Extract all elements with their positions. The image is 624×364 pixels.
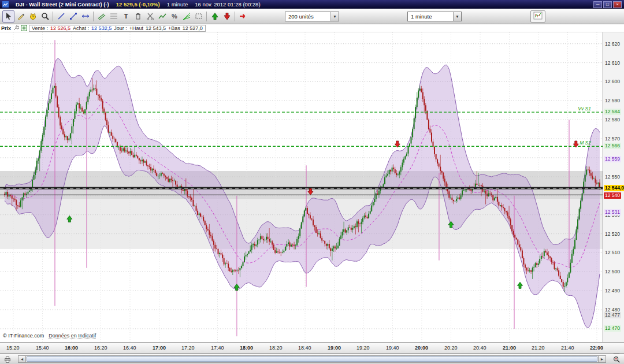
quote-info-bar: Prix Vente : 12 526,5 Achat : 12 532,5 J…	[0, 24, 624, 32]
price-tick-label: 12 500	[605, 269, 620, 274]
price-axis-chip: 12 584	[604, 109, 621, 115]
pivot-level-label: Vv S1	[578, 106, 591, 112]
price-axis-chip: 12 559	[604, 156, 621, 162]
price-tick-label: 12 570	[605, 136, 620, 142]
time-tick-label: 16:00	[65, 345, 78, 351]
toolbar-separator	[93, 12, 94, 21]
status-bar: ◄ ►	[0, 354, 624, 364]
buy-value: 12 532,5	[91, 25, 112, 31]
window-quote: 12 529,5 (-0,10%)	[116, 1, 160, 8]
pencil-tool-button[interactable]	[14, 10, 27, 23]
pattern-recognition-button[interactable]	[530, 10, 545, 23]
day-low-value: 12 527,0	[183, 25, 203, 31]
pivot-level-label: M S2	[580, 140, 591, 146]
sell-label: Vente :	[32, 25, 48, 31]
timeframe-select[interactable]: 1 minute ▼	[407, 12, 462, 21]
zoombox-tool-button[interactable]	[192, 10, 205, 23]
time-tick-label: 17:20	[181, 345, 195, 351]
pattern-recognition-icon	[533, 11, 543, 21]
scrollbar-thumb[interactable]	[27, 356, 597, 362]
time-tick-label: 16:40	[123, 345, 136, 351]
price-axis[interactable]: 12 62012 61012 60012 59012 58012 57012 5…	[603, 32, 624, 342]
fan-icon	[182, 12, 191, 21]
price-chart[interactable]: Vv S1M S2 © IT-Finance.com Données en In…	[0, 32, 603, 342]
time-tick-label: 17:40	[211, 345, 224, 351]
window-title: DJI - Wall Street (2 Mini Contract) (-)	[16, 1, 109, 8]
time-tick-label: 16:20	[94, 345, 107, 351]
segment-icon	[69, 12, 78, 21]
units-select-value: 200 unités	[288, 13, 314, 20]
minimize-button[interactable]: ─	[593, 1, 602, 8]
toolbar-separator	[53, 12, 53, 21]
svg-text:%: %	[172, 13, 177, 20]
data-feed-note: Données en Indicatif	[49, 333, 96, 339]
chart-canvas[interactable]: Vv S1M S2	[0, 32, 603, 342]
buy-signal-arrow	[518, 282, 523, 288]
price-tick-label: 12 550	[605, 174, 620, 180]
percent-icon: %	[170, 12, 179, 21]
price-axis-chip: 12 566	[604, 143, 621, 149]
time-tick-label: 18:00	[240, 345, 253, 351]
scroll-left-button[interactable]: ◄	[18, 356, 26, 362]
copyright-text: © IT-Finance.com	[3, 333, 44, 339]
time-tick-label: 22:00	[590, 345, 603, 351]
units-select[interactable]: 200 unités ▼	[285, 12, 339, 21]
channel-tool-button[interactable]	[95, 10, 107, 23]
svg-text:T: T	[124, 13, 128, 20]
arrow-up-tool-button[interactable]	[209, 10, 221, 23]
horizontal-scrollbar[interactable]: ◄ ►	[18, 355, 606, 363]
trash-tool-button[interactable]	[132, 10, 144, 23]
price-tick-label: 12 610	[605, 60, 620, 66]
indicator-icon	[158, 12, 167, 21]
time-tick-label: 21:40	[561, 345, 574, 351]
price-tick-label: 12 590	[605, 98, 620, 103]
maximize-button[interactable]: □	[603, 1, 612, 8]
segment-tool-button[interactable]	[67, 10, 79, 23]
time-axis[interactable]: 15:2015:4016:0016:2016:4017:0017:2017:40…	[0, 342, 624, 354]
hline-icon	[81, 12, 90, 21]
add-indicator-icon[interactable]	[21, 25, 27, 31]
fib-tool-button[interactable]	[107, 10, 120, 23]
scrollbar-track[interactable]	[26, 356, 598, 362]
zoom-icon	[40, 12, 50, 21]
text-tool-button[interactable]: T	[120, 10, 132, 23]
quote-box: Vente : 12 526,5 Achat : 12 532,5 Jour :…	[29, 25, 206, 32]
zoom-tool-button[interactable]	[39, 10, 51, 23]
indicator-tool-button[interactable]	[156, 10, 168, 23]
alarm-tool-button[interactable]	[27, 10, 39, 23]
time-tick-label: 20:20	[444, 345, 458, 351]
scroll-right-button[interactable]: ►	[598, 356, 606, 362]
day-high-label: +Haut	[129, 25, 143, 31]
pointer-icon	[4, 12, 13, 21]
arrow-down-tool-button[interactable]	[221, 10, 233, 23]
cut-tool-button[interactable]	[144, 10, 156, 23]
percent-tool-button[interactable]: %	[168, 10, 180, 23]
zoomout-button[interactable]	[611, 355, 622, 363]
window-timeframe: 1 minute	[167, 1, 188, 8]
day-label: Jour :	[114, 25, 127, 31]
time-tick-label: 15:40	[36, 345, 49, 351]
price-tick-label: 12 510	[605, 250, 620, 255]
day-low-label: +Bas	[168, 25, 180, 31]
channel-icon	[97, 12, 106, 21]
window-datetime: 16 nov. 2012 01:28 (00:28)	[195, 1, 260, 8]
price-pane-label: Prix	[1, 25, 11, 31]
toolbar-separator	[235, 12, 235, 21]
wrench-icon[interactable]	[13, 25, 19, 31]
pointer-tool-button[interactable]	[2, 10, 14, 23]
printer-icon	[3, 355, 12, 363]
main-toolbar: T% 200 unités ▼ 1 minute ▼	[0, 9, 624, 24]
arrow-right-tool-button[interactable]	[237, 10, 249, 23]
time-tick-label: 18:20	[269, 345, 283, 351]
fan-tool-button[interactable]	[180, 10, 192, 23]
hline-tool-button[interactable]	[79, 10, 91, 23]
watermark: © IT-Finance.com Données en Indicatif	[3, 333, 96, 339]
close-button[interactable]: ×	[613, 1, 622, 8]
time-tick-label: 19:40	[386, 345, 399, 351]
printer-button[interactable]	[2, 355, 13, 363]
line-tool-button[interactable]	[55, 10, 67, 23]
toolbar-separator	[206, 12, 207, 21]
app-icon	[2, 1, 9, 8]
trading-app-window: DJI - Wall Street (2 Mini Contract) (-) …	[0, 0, 624, 364]
price-tick-label: 12 520	[605, 231, 620, 237]
